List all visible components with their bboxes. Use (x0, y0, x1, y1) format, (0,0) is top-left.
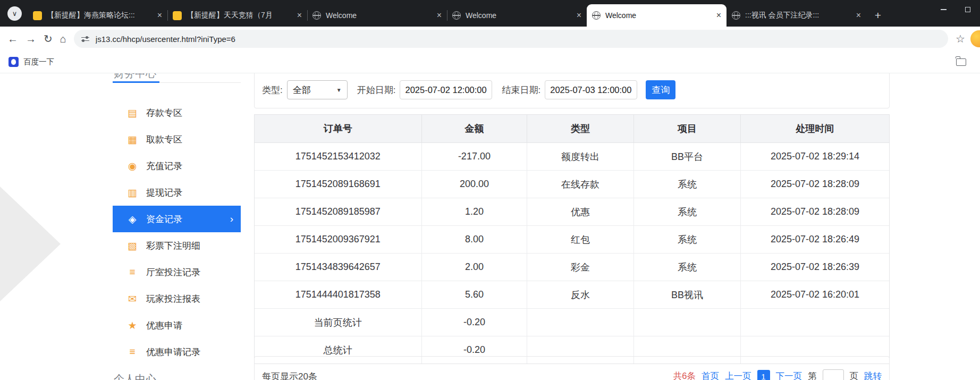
profile-avatar[interactable] (970, 30, 980, 47)
forward-button[interactable]: → (26, 33, 36, 45)
globe-icon (452, 11, 461, 20)
globe-icon (592, 11, 601, 20)
browser-toolbar: ← → ↻ ⌂ js13.cc/hhcp/usercenter.html?ini… (0, 27, 980, 51)
table-cell: 1751452009367921 (255, 226, 421, 254)
minimize-button[interactable] (931, 0, 956, 19)
sidebar-item[interactable]: ≡优惠申请记录› (113, 339, 241, 365)
table-cell: 1751434839642657 (255, 254, 421, 281)
plus-icon: + (875, 9, 881, 22)
start-date-label: 开始日期: (357, 84, 396, 96)
pagination-panel: 每页显示20条 共6条 首页 上一页 1 下一页 第 页 跳转 (254, 356, 890, 380)
sidebar-item[interactable]: ◈资金记录› (113, 206, 241, 232)
table-cell: 8.00 (421, 226, 527, 254)
maximize-button[interactable] (956, 0, 980, 19)
filter-panel: 类型: 全部 ▼ 开始日期: 2025-07-02 12:00:00 结束日期:… (254, 73, 890, 108)
tab-close-icon[interactable]: × (157, 11, 162, 20)
tab-close-icon[interactable]: × (856, 11, 861, 20)
site-favicon-icon (33, 11, 42, 20)
prev-page-link[interactable]: 上一页 (725, 370, 751, 380)
start-date-input[interactable]: 2025-07-02 12:00:00 (400, 80, 492, 99)
table-cell: 200.00 (421, 171, 527, 198)
main-panel: 类型: 全部 ▼ 开始日期: 2025-07-02 12:00:00 结束日期:… (254, 73, 890, 380)
records-table: 订单号 金额 类型 项目 处理时间 1751452153412032-217.0… (254, 114, 890, 364)
sidebar-item[interactable]: ▤存款专区› (113, 99, 241, 126)
sidebar-item[interactable]: ★优惠申请› (113, 312, 241, 339)
jump-page-input[interactable] (823, 369, 844, 380)
table-cell: 1751452153412032 (255, 143, 421, 171)
sidebar-item-label: 资金记录 (146, 213, 182, 225)
table-cell: 系统 (633, 171, 740, 198)
first-page-link[interactable]: 首页 (702, 370, 719, 380)
table-cell (741, 309, 889, 336)
baidu-favicon-icon (9, 57, 19, 67)
window-controls (931, 0, 980, 19)
tab-title: Welcome (326, 11, 433, 20)
next-page-link[interactable]: 下一页 (776, 370, 802, 380)
browser-tab[interactable]: Welcome× (447, 4, 587, 27)
sidebar-item-label: 取款专区 (146, 133, 182, 146)
query-button[interactable]: 查询 (646, 80, 675, 99)
browser-tab[interactable]: 【新提醒】海燕策略论坛:::× (28, 4, 167, 27)
player-report-icon: ✉ (126, 293, 138, 305)
tab-close-icon[interactable]: × (297, 11, 302, 20)
table-row: 当前页统计-0.20 (255, 309, 889, 336)
sidebar-menu: ▤存款专区›▦取款专区›◉充值记录›▥提现记录›◈资金记录›▧彩票下注明细›≡厅… (113, 99, 241, 365)
sidebar-item[interactable]: ✉玩家投注报表› (113, 285, 241, 312)
sidebar-item-label: 提现记录 (146, 187, 182, 199)
filter-row: 类型: 全部 ▼ 开始日期: 2025-07-02 12:00:00 结束日期:… (262, 80, 675, 99)
type-select[interactable]: 全部 ▼ (287, 80, 348, 99)
browser-tab[interactable]: 【新提醒】天天竞猜（7月× (167, 4, 307, 27)
table-cell: 1751444401817358 (255, 281, 421, 309)
tab-search-button[interactable]: ∨ (7, 6, 22, 21)
table-cell: 在线存款 (527, 171, 634, 198)
lottery-detail-icon: ▧ (126, 240, 138, 252)
bookmark-star-icon[interactable]: ☆ (956, 32, 965, 45)
end-date-input[interactable]: 2025-07-03 12:00:00 (545, 80, 637, 99)
sidebar-section-header: 财务中心 (114, 73, 156, 81)
home-button[interactable]: ⌂ (60, 33, 66, 45)
browser-tab[interactable]: Welcome× (587, 4, 726, 27)
tab-close-icon[interactable]: × (437, 11, 442, 20)
site-settings-icon[interactable] (81, 35, 89, 43)
address-bar[interactable]: js13.cc/hhcp/usercenter.html?iniType=6 (74, 30, 948, 48)
sidebar-item[interactable]: ≡厅室投注记录› (113, 259, 241, 285)
promo-record-icon: ≡ (126, 346, 138, 358)
end-date-label: 结束日期: (502, 84, 540, 96)
table-cell: -217.00 (421, 143, 527, 171)
current-page-badge[interactable]: 1 (757, 370, 770, 380)
browser-tab[interactable]: :::视讯 会员下注纪录:::× (726, 4, 866, 27)
bookmarks-bar: 百度一下 (0, 51, 980, 73)
folder-icon[interactable] (956, 58, 966, 66)
page-content: 财务中心 ▤存款专区›▦取款专区›◉充值记录›▥提现记录›◈资金记录›▧彩票下注… (0, 73, 980, 380)
reload-button[interactable]: ↻ (44, 32, 53, 45)
sidebar-item-label: 彩票下注明细 (146, 240, 200, 252)
browser-tab[interactable]: Welcome× (307, 4, 447, 27)
tab-list: 【新提醒】海燕策略论坛:::×【新提醒】天天竞猜（7月×Welcome×Welc… (28, 4, 866, 27)
table-body: 1751452153412032-217.00额度转出BB平台2025-07-0… (255, 143, 889, 364)
sidebar-item[interactable]: ▧彩票下注明细› (113, 232, 241, 259)
table-cell (633, 309, 740, 336)
bookmarks-bar-right (956, 58, 971, 66)
tab-close-icon[interactable]: × (577, 11, 581, 20)
table-cell: BB视讯 (633, 281, 740, 309)
table-cell: 1751452089168691 (255, 171, 421, 198)
table-cell: 1.20 (421, 198, 527, 226)
bookmark-item-baidu[interactable]: 百度一下 (9, 57, 54, 67)
hall-bet-icon: ≡ (126, 266, 138, 278)
withdrawal-record-icon: ▥ (126, 187, 138, 199)
tab-close-icon[interactable]: × (716, 11, 721, 20)
back-button[interactable]: ← (7, 33, 18, 45)
jump-prefix-label: 第 (808, 370, 817, 380)
jump-link[interactable]: 跳转 (864, 370, 882, 380)
sidebar-item[interactable]: ▥提现记录› (113, 179, 241, 206)
page-size-label: 每页显示20条 (262, 370, 317, 380)
table-cell: 2025-07-02 16:20:01 (741, 281, 889, 309)
sidebar-item-label: 充值记录 (146, 160, 182, 172)
chevron-down-icon: ▼ (336, 87, 342, 93)
sidebar-item[interactable]: ▦取款专区› (113, 126, 241, 153)
table-row: 17514348396426572.00彩金系统2025-07-02 18:26… (255, 254, 889, 281)
pagination-row: 每页显示20条 共6条 首页 上一页 1 下一页 第 页 跳转 (262, 369, 882, 380)
url-text[interactable]: js13.cc/hhcp/usercenter.html?iniType=6 (96, 35, 235, 44)
sidebar-item[interactable]: ◉充值记录› (113, 153, 241, 179)
new-tab-button[interactable]: + (869, 7, 886, 24)
